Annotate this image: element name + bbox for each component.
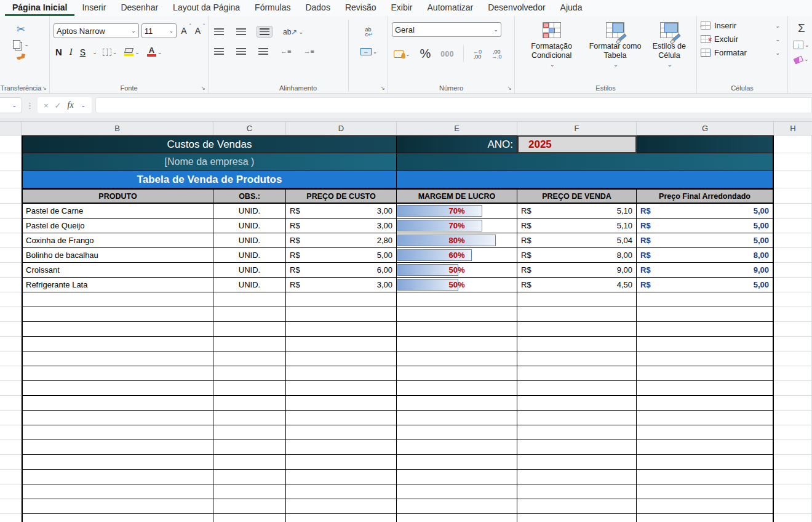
- empty-final-cell[interactable]: [637, 337, 774, 351]
- empty-product-cell[interactable]: [22, 440, 213, 455]
- cost-cell[interactable]: R$2,80: [286, 233, 397, 248]
- conditional-formatting-button[interactable]: Formatação Condicional ⌄: [519, 21, 584, 71]
- empty-product-cell[interactable]: [22, 484, 213, 499]
- cell-a2[interactable]: [0, 153, 22, 171]
- tab-automatizar[interactable]: Automatizar: [420, 1, 481, 16]
- empty-product-cell[interactable]: [22, 499, 213, 514]
- empty-margin-cell[interactable]: [397, 499, 517, 514]
- sheet-title-cell[interactable]: Custos de Vendas: [22, 135, 397, 153]
- empty-obs-cell[interactable]: [213, 455, 286, 470]
- cell-a[interactable]: [0, 351, 22, 366]
- align-bottom-button[interactable]: [257, 26, 273, 38]
- ano-label-cell[interactable]: ANO:: [397, 135, 517, 153]
- empty-cost-cell[interactable]: [286, 396, 397, 411]
- empty-margin-cell[interactable]: [397, 411, 517, 425]
- cell-a[interactable]: [0, 263, 22, 278]
- empty-margin-cell[interactable]: [397, 292, 517, 307]
- product-name-cell[interactable]: Pastel de Queijo: [22, 219, 213, 233]
- empty-sale-cell[interactable]: [517, 440, 637, 455]
- cell-h[interactable]: [774, 337, 812, 351]
- empty-sale-cell[interactable]: [517, 411, 637, 425]
- column-header-c[interactable]: C: [213, 122, 286, 135]
- cell-a[interactable]: [0, 307, 22, 322]
- empty-final-cell[interactable]: [637, 396, 774, 411]
- empty-cost-cell[interactable]: [286, 484, 397, 499]
- cell-e3-g3[interactable]: [397, 171, 774, 188]
- cell-h[interactable]: [774, 292, 812, 307]
- empty-cost-cell[interactable]: [286, 351, 397, 366]
- empty-margin-cell[interactable]: [397, 470, 517, 484]
- empty-sale-cell[interactable]: [517, 337, 637, 351]
- cell-a3[interactable]: [0, 171, 22, 188]
- cost-cell[interactable]: R$6,00: [286, 263, 397, 278]
- empty-final-cell[interactable]: [637, 292, 774, 307]
- final-price-cell[interactable]: R$9,00: [637, 263, 774, 278]
- final-price-cell[interactable]: R$5,00: [637, 233, 774, 248]
- empty-cost-cell[interactable]: [286, 455, 397, 470]
- empty-sale-cell[interactable]: [517, 455, 637, 470]
- align-right-button[interactable]: [257, 47, 270, 56]
- cell-a[interactable]: [0, 440, 22, 455]
- empty-obs-cell[interactable]: [213, 381, 286, 396]
- final-price-cell[interactable]: R$8,00: [637, 248, 774, 263]
- empty-final-cell[interactable]: [637, 484, 774, 499]
- empty-sale-cell[interactable]: [517, 351, 637, 366]
- cell-h[interactable]: [774, 396, 812, 411]
- cell-a[interactable]: [0, 337, 22, 351]
- format-cells-button[interactable]: Formatar ⌄: [701, 48, 784, 57]
- clear-button[interactable]: ⌄: [792, 54, 811, 64]
- empty-final-cell[interactable]: [637, 499, 774, 514]
- cell-h[interactable]: [774, 425, 812, 440]
- empty-final-cell[interactable]: [637, 322, 774, 337]
- cancel-button[interactable]: ×: [44, 101, 49, 110]
- empty-margin-cell[interactable]: [397, 381, 517, 396]
- empty-final-cell[interactable]: [637, 440, 774, 455]
- empty-margin-cell[interactable]: [397, 322, 517, 337]
- cost-cell[interactable]: R$5,00: [286, 248, 397, 263]
- empty-obs-cell[interactable]: [213, 425, 286, 440]
- empty-obs-cell[interactable]: [213, 307, 286, 322]
- cell-h[interactable]: [774, 514, 812, 522]
- font-dialog-launcher[interactable]: ↘: [201, 85, 205, 91]
- cell-h[interactable]: [774, 233, 812, 248]
- empty-obs-cell[interactable]: [213, 499, 286, 514]
- insert-function-button[interactable]: fx: [68, 100, 74, 110]
- tab-desenvolvedor[interactable]: Desenvolvedor: [480, 1, 552, 16]
- empty-margin-cell[interactable]: [397, 425, 517, 440]
- cell-h[interactable]: [774, 204, 812, 219]
- empty-sale-cell[interactable]: [517, 470, 637, 484]
- sale-price-cell[interactable]: R$5,04: [517, 233, 637, 248]
- align-top-button[interactable]: [212, 27, 226, 36]
- final-price-cell[interactable]: R$5,00: [637, 219, 774, 233]
- empty-obs-cell[interactable]: [213, 366, 286, 381]
- accounting-format-button[interactable]: ⌄: [392, 49, 412, 59]
- sale-price-cell[interactable]: R$5,10: [517, 204, 637, 219]
- comma-style-button[interactable]: 000: [439, 49, 456, 60]
- empty-cost-cell[interactable]: [286, 322, 397, 337]
- tab-formulas[interactable]: Fórmulas: [247, 1, 298, 16]
- header-preco-custo[interactable]: PREÇO DE CUSTO: [286, 188, 397, 204]
- cell-a[interactable]: [0, 411, 22, 425]
- cost-cell[interactable]: R$3,00: [286, 278, 397, 292]
- decrease-font-size-button[interactable]: Aˇ: [193, 25, 204, 37]
- wrap-text-button[interactable]: abc↩: [354, 26, 384, 38]
- empty-final-cell[interactable]: [637, 425, 774, 440]
- cell-a[interactable]: [0, 381, 22, 396]
- cell-g1[interactable]: [637, 135, 774, 153]
- cell-h[interactable]: [774, 381, 812, 396]
- number-dialog-launcher[interactable]: ↘: [507, 85, 512, 91]
- cell-a[interactable]: [0, 278, 22, 292]
- cost-cell[interactable]: R$3,00: [286, 219, 397, 233]
- empty-cost-cell[interactable]: [286, 470, 397, 484]
- cell-a4[interactable]: [0, 188, 22, 204]
- empty-product-cell[interactable]: [22, 411, 213, 425]
- underline-button[interactable]: S: [78, 46, 87, 58]
- cell-h1[interactable]: [774, 135, 812, 153]
- decrease-indent-button[interactable]: ←≡: [279, 46, 293, 56]
- margin-cell[interactable]: 70%: [397, 219, 517, 233]
- column-header-g[interactable]: G: [637, 122, 774, 135]
- margin-cell[interactable]: 50%: [397, 263, 517, 278]
- cell-h[interactable]: [774, 499, 812, 514]
- format-as-table-button[interactable]: Formatar como Tabela ⌄: [584, 21, 645, 71]
- cell-a[interactable]: [0, 470, 22, 484]
